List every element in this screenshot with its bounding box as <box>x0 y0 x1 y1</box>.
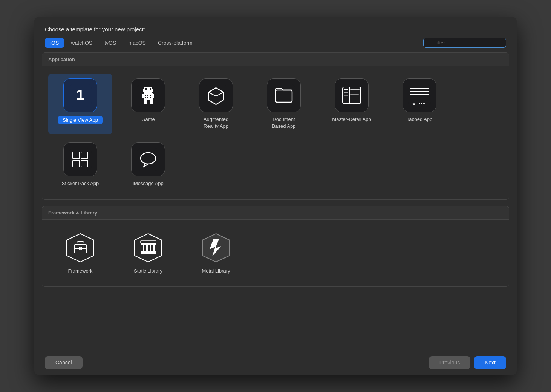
template-imessage-app[interactable]: iMessage App <box>116 138 180 191</box>
svg-rect-34 <box>350 94 359 95</box>
svg-rect-49 <box>137 148 159 171</box>
master-detail-label: Master-Detail App <box>332 116 371 123</box>
framework-grid: Framework <box>42 220 509 286</box>
cancel-button[interactable]: Cancel <box>45 356 83 369</box>
metal-library-label: Metal Library <box>202 268 230 274</box>
tab-cross-platform[interactable]: Cross-platform <box>153 38 198 48</box>
svg-text:★: ★ <box>412 102 416 106</box>
metal-library-icon <box>200 232 232 264</box>
svg-rect-56 <box>141 251 156 254</box>
application-section-header: Application <box>42 53 509 66</box>
filter-input[interactable] <box>423 38 506 48</box>
application-grid: 1 Single View App <box>42 66 509 199</box>
framework-section-header: Framework & Library <box>42 206 509 220</box>
template-sticker-app[interactable]: Sticker Pack App <box>48 138 112 191</box>
svg-rect-59 <box>143 245 144 251</box>
svg-rect-14 <box>147 95 148 96</box>
template-framework[interactable]: Framework <box>48 227 112 279</box>
dialog-footer: Cancel Previous Next <box>34 350 517 375</box>
svg-rect-10 <box>153 94 154 98</box>
framework-section: Framework & Library <box>42 206 509 287</box>
sticker-label: Sticker Pack App <box>62 180 99 187</box>
svg-rect-15 <box>150 95 151 96</box>
next-button[interactable]: Next <box>474 356 506 369</box>
svg-rect-13 <box>145 95 146 96</box>
framework-label: Framework <box>68 268 92 274</box>
svg-rect-33 <box>350 92 358 92</box>
svg-rect-12 <box>150 100 153 104</box>
svg-rect-62 <box>153 245 155 251</box>
svg-rect-31 <box>344 95 348 96</box>
sticker-app-icon <box>63 142 97 176</box>
template-metal-library[interactable]: Metal Library <box>184 227 248 279</box>
document-label: DocumentBased App <box>272 116 296 130</box>
tab-bar: iOS watchOS tvOS macOS Cross-platform ⊙ <box>34 38 517 52</box>
svg-rect-39 <box>410 100 429 100</box>
template-ar-app[interactable]: AugmentedReality App <box>184 74 248 134</box>
svg-point-41 <box>419 103 420 104</box>
svg-marker-51 <box>67 234 94 262</box>
svg-rect-30 <box>344 92 348 93</box>
svg-rect-36 <box>410 88 429 89</box>
game-icon <box>131 78 165 112</box>
svg-rect-3 <box>144 87 152 93</box>
svg-marker-55 <box>135 234 162 262</box>
template-master-detail-app[interactable]: Master-Detail App <box>320 74 384 134</box>
ar-label: AugmentedReality App <box>204 116 229 130</box>
tab-macos[interactable]: macOS <box>123 38 151 48</box>
svg-rect-6 <box>145 88 147 90</box>
template-single-view-app[interactable]: 1 Single View App <box>48 74 112 134</box>
footer-right: Previous Next <box>429 356 506 369</box>
single-view-app-icon: 1 <box>63 78 97 112</box>
previous-button: Previous <box>429 356 470 369</box>
tabbed-label: Tabbed App <box>407 116 433 123</box>
template-document-app[interactable]: DocumentBased App <box>252 74 316 134</box>
master-detail-icon <box>335 78 369 112</box>
project-template-dialog: Choose a template for your new project: … <box>34 17 517 375</box>
svg-rect-37 <box>410 91 429 92</box>
static-library-label: Static Library <box>134 268 162 274</box>
svg-marker-63 <box>202 234 230 262</box>
ar-app-icon <box>199 78 233 112</box>
svg-rect-32 <box>350 89 360 90</box>
tab-ios[interactable]: iOS <box>45 38 64 48</box>
single-view-label: Single View App <box>58 116 103 124</box>
svg-rect-44 <box>69 148 92 171</box>
document-app-icon <box>267 78 301 112</box>
svg-rect-17 <box>147 97 148 98</box>
svg-rect-7 <box>150 88 151 90</box>
svg-rect-11 <box>144 100 147 104</box>
svg-point-42 <box>421 103 422 104</box>
dialog-header: Choose a template for your new project: <box>34 17 517 38</box>
svg-rect-4 <box>143 89 144 92</box>
svg-point-43 <box>423 103 425 104</box>
svg-rect-38 <box>410 94 429 95</box>
application-section: Application 1 Single View App <box>42 52 509 200</box>
svg-rect-5 <box>152 89 153 92</box>
template-game[interactable]: Game <box>116 74 180 134</box>
framework-icon <box>64 232 96 264</box>
svg-rect-18 <box>150 97 151 98</box>
header-text: Choose a template for your new project: <box>45 26 145 32</box>
static-library-icon <box>132 232 164 264</box>
game-label: Game <box>141 116 155 123</box>
svg-rect-16 <box>145 97 146 98</box>
filter-wrap: ⊙ <box>423 38 506 48</box>
svg-rect-60 <box>146 245 148 251</box>
svg-rect-29 <box>344 89 348 90</box>
svg-text:1: 1 <box>76 87 84 103</box>
tabbed-app-icon: ★ <box>403 78 436 112</box>
svg-rect-8 <box>144 93 153 100</box>
template-tabbed-app[interactable]: ★ Tabbed App <box>387 74 452 134</box>
imessage-label: iMessage App <box>133 180 164 187</box>
svg-rect-9 <box>142 94 144 98</box>
content-area: Application 1 Single View App <box>34 52 517 350</box>
tab-watchos[interactable]: watchOS <box>66 38 98 48</box>
template-static-library[interactable]: Static Library <box>116 227 180 279</box>
svg-rect-61 <box>150 245 151 251</box>
tab-tvos[interactable]: tvOS <box>99 38 121 48</box>
imessage-app-icon <box>131 142 165 176</box>
